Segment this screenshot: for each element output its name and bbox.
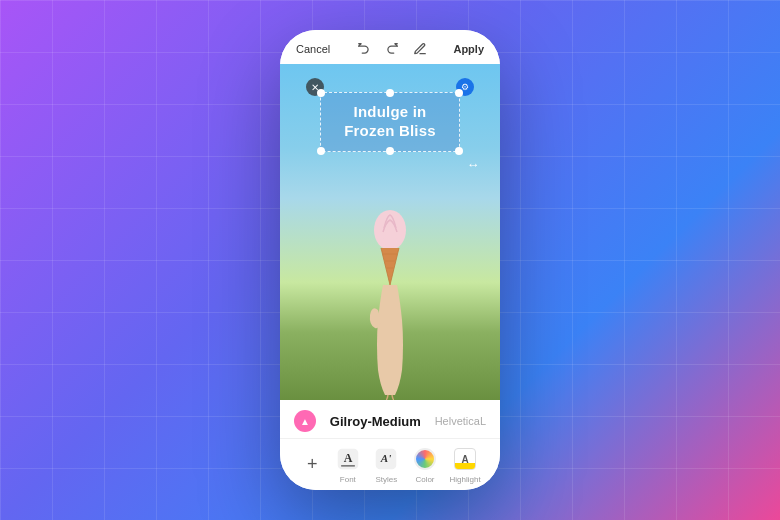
font-scroll-button[interactable]: ▲ <box>294 410 316 432</box>
font-alt-label[interactable]: HelveticaL <box>435 415 486 427</box>
pen-icon[interactable] <box>411 40 429 58</box>
canvas-area[interactable]: ✕ ⚙ Indulge in Frozen Bliss ↔ <box>280 64 500 400</box>
bottom-toolbar: ▲ Gilroy-Medium HelveticaL + A Font <box>280 400 500 490</box>
tools-row: + A Font A' <box>280 439 500 486</box>
handle-top-left[interactable] <box>317 89 325 97</box>
apply-button[interactable]: Apply <box>453 43 484 55</box>
styles-icon: A' <box>372 445 400 473</box>
hand-icecream-image <box>350 200 430 400</box>
overlay-text: Indulge in Frozen Bliss <box>333 103 447 141</box>
phone-shell: Cancel Apply <box>280 30 500 490</box>
add-button[interactable]: + <box>301 454 323 476</box>
handle-top-mid[interactable] <box>386 89 394 97</box>
styles-tool-label: Styles <box>376 475 398 484</box>
highlight-tool[interactable]: A Highlight <box>450 445 481 484</box>
svg-text:A': A' <box>380 452 392 464</box>
font-row: ▲ Gilroy-Medium HelveticaL <box>280 406 500 439</box>
color-icon <box>411 445 439 473</box>
color-circle <box>414 448 436 470</box>
handle-top-right[interactable] <box>455 89 463 97</box>
color-tool-label: Color <box>415 475 434 484</box>
svg-text:A: A <box>344 451 353 465</box>
font-tool-label: Font <box>340 475 356 484</box>
font-icon: A <box>334 445 362 473</box>
text-box[interactable]: Indulge in Frozen Bliss <box>320 92 460 152</box>
toolbar-icons <box>355 40 429 58</box>
handle-bottom-right[interactable] <box>455 147 463 155</box>
highlight-box: A <box>454 448 476 470</box>
handle-bottom-mid[interactable] <box>386 147 394 155</box>
redo-icon[interactable] <box>383 40 401 58</box>
font-tool[interactable]: A Font <box>334 445 362 484</box>
cancel-button[interactable]: Cancel <box>296 43 330 55</box>
color-tool[interactable]: Color <box>411 445 439 484</box>
highlight-icon: A <box>451 445 479 473</box>
styles-tool[interactable]: A' Styles <box>372 445 400 484</box>
top-bar: Cancel Apply <box>280 30 500 64</box>
handle-bottom-left[interactable] <box>317 147 325 155</box>
undo-icon[interactable] <box>355 40 373 58</box>
resize-handle[interactable]: ↔ <box>464 156 482 174</box>
highlight-tool-label: Highlight <box>450 475 481 484</box>
font-name-label[interactable]: Gilroy-Medium <box>324 414 427 429</box>
text-overlay[interactable]: ✕ ⚙ Indulge in Frozen Bliss ↔ <box>320 92 460 152</box>
